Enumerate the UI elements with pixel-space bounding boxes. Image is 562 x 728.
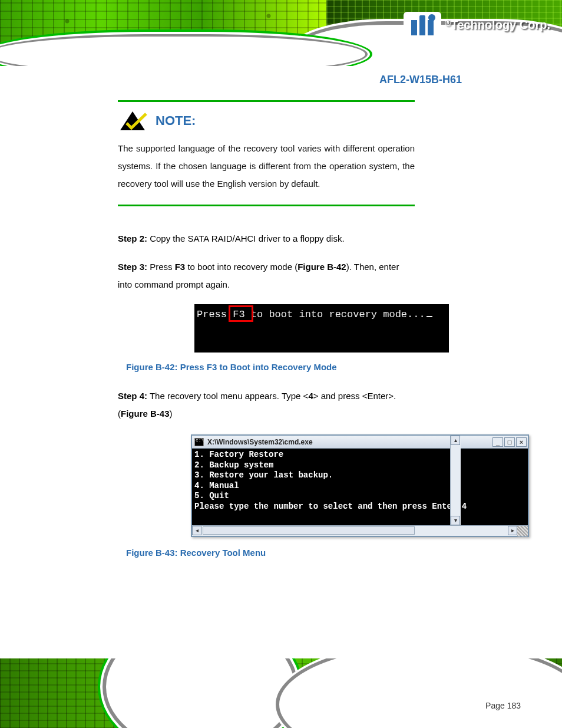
scroll-up-icon[interactable]: ▴ bbox=[451, 436, 460, 445]
step-2: Step 2: Copy the SATA RAID/AHCI driver t… bbox=[118, 230, 415, 248]
cmd-line: 1. Factory Restore bbox=[194, 450, 283, 459]
top-banner: ®Technology Corp. bbox=[0, 0, 562, 66]
highlight-f3-box bbox=[229, 305, 253, 322]
brand-block: ®Technology Corp. bbox=[404, 12, 550, 38]
close-button[interactable]: × bbox=[516, 437, 527, 447]
terminal-recovery-prompt: Press F3 to boot into recovery mode... bbox=[194, 304, 449, 353]
horizontal-scrollbar[interactable]: ◂ ▸ bbox=[192, 525, 528, 536]
swoop-left bbox=[0, 37, 365, 66]
cmd-icon bbox=[194, 438, 204, 446]
brand-name: Technology Corp. bbox=[451, 18, 550, 31]
cursor-icon bbox=[427, 316, 432, 317]
cmd-titlebar: X:\Windows\System32\cmd.exe _ □ × bbox=[192, 436, 528, 449]
scroll-thumb[interactable] bbox=[203, 526, 415, 535]
cmd-body: 1. Factory Restore 2. Backup system 3. R… bbox=[192, 449, 528, 525]
swoop-bottom-left bbox=[106, 658, 295, 728]
step-3: Step 3: Press F3 to boot into recovery m… bbox=[118, 258, 415, 294]
cmd-window: X:\Windows\System32\cmd.exe _ □ × 1. Fac… bbox=[71, 434, 462, 537]
cmd-line: Please type the number to select and the… bbox=[194, 502, 467, 511]
resize-grip-icon[interactable] bbox=[517, 526, 528, 536]
cmd-line: 4. Manual bbox=[194, 481, 239, 490]
step-text: Copy the SATA RAID/AHCI driver to a flop… bbox=[150, 233, 344, 243]
vertical-scrollbar[interactable]: ▴ ▾ bbox=[450, 436, 461, 525]
scroll-down-icon[interactable]: ▾ bbox=[451, 516, 460, 525]
step-label: Step 3: bbox=[118, 262, 147, 272]
note-header: NOTE: bbox=[118, 110, 415, 131]
iei-logo-icon bbox=[404, 12, 441, 38]
figure-43-caption: Figure B-43: Recovery Tool Menu bbox=[126, 548, 415, 558]
note-body: The supported language of the recovery t… bbox=[118, 140, 415, 193]
bottom-banner: Page 183 bbox=[0, 658, 562, 728]
brand-text: ®Technology Corp. bbox=[445, 18, 550, 32]
swoop-bottom-right bbox=[279, 658, 562, 728]
note-label: NOTE: bbox=[156, 113, 196, 129]
registered-mark: ® bbox=[445, 18, 451, 28]
step-text: Press F3 to boot into recovery mode (Fig… bbox=[118, 262, 399, 289]
page-number: Page 183 bbox=[485, 701, 521, 710]
cmd-line: 2. Backup system bbox=[194, 460, 273, 470]
minimize-button[interactable]: _ bbox=[492, 437, 503, 447]
page-content: NOTE: The supported language of the reco… bbox=[0, 71, 562, 558]
cmd-line: 3. Restore your last backup. bbox=[194, 470, 333, 480]
step-text: The recovery tool menu appears. Type <4>… bbox=[118, 391, 396, 419]
cmd-line: 5. Quit bbox=[194, 491, 229, 500]
note-box: NOTE: The supported language of the reco… bbox=[118, 100, 415, 206]
step-label: Step 4: bbox=[118, 391, 147, 401]
step-label: Step 2: bbox=[118, 233, 147, 243]
scroll-right-icon[interactable]: ▸ bbox=[508, 526, 517, 535]
figure-42-caption: Figure B-42: Press F3 to Boot into Recov… bbox=[126, 362, 415, 372]
maximize-button[interactable]: □ bbox=[504, 437, 515, 447]
scroll-left-icon[interactable]: ◂ bbox=[192, 526, 201, 535]
step-4: Step 4: The recovery tool menu appears. … bbox=[118, 387, 415, 423]
note-triangle-check-icon bbox=[118, 110, 147, 131]
